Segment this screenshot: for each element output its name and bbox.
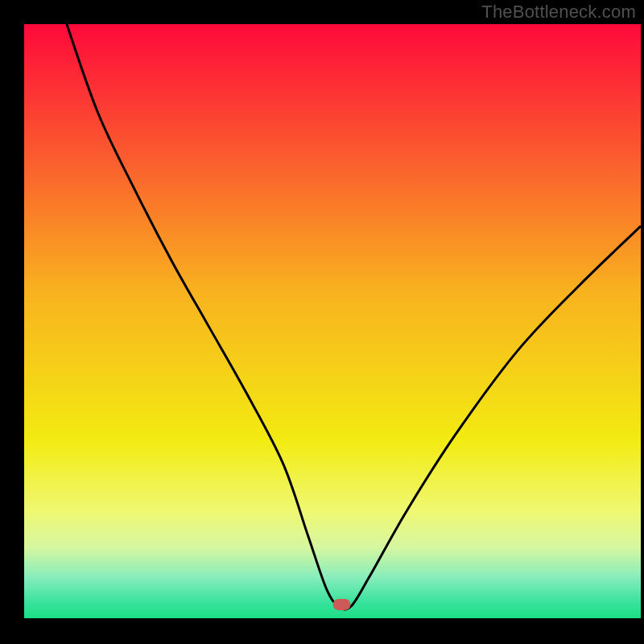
watermark-label: TheBottleneck.com — [481, 2, 636, 23]
bottleneck-chart — [0, 0, 644, 644]
chart-container — [0, 0, 644, 644]
min-marker — [332, 599, 350, 610]
plot-background — [24, 24, 641, 618]
